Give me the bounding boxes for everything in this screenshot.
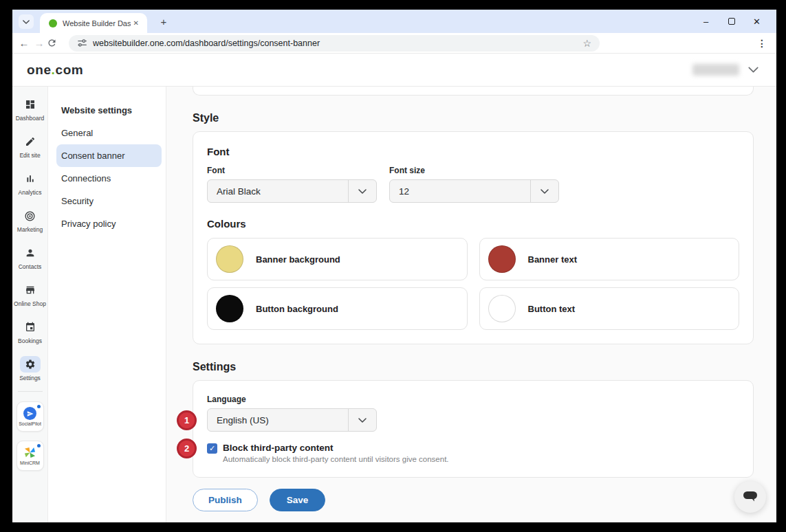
action-buttons: Publish Save — [193, 489, 754, 511]
chevron-down-icon — [748, 67, 758, 73]
browser-window: Website Builder Dashboard ✕ + – ✕ ← → we… — [12, 10, 776, 522]
font-field: Font Arial Black — [207, 166, 377, 203]
sidebar-item-contacts[interactable]: Contacts — [12, 245, 47, 270]
banner-background-swatch — [216, 245, 243, 273]
socialpilot-logo-icon — [23, 407, 36, 420]
font-group-title: Font — [207, 146, 739, 157]
settings-gear-icon — [20, 356, 41, 373]
publish-button[interactable]: Publish — [193, 489, 258, 511]
account-name-redacted — [692, 64, 739, 76]
app-header: one.com — [12, 54, 776, 87]
colour-button-text[interactable]: Button text — [479, 287, 740, 330]
tab-title: Website Builder Dashboard — [63, 19, 131, 27]
account-menu[interactable] — [692, 64, 758, 76]
notification-dot — [37, 405, 41, 408]
annotation-circle-2: 2 — [177, 439, 197, 458]
bookings-icon — [20, 319, 41, 335]
colours-group-title: Colours — [207, 218, 739, 230]
minicrm-logo-icon — [23, 446, 36, 459]
one-com-logo: one.com — [27, 63, 83, 78]
sidebar-divider — [18, 391, 43, 392]
sidebar-item-settings[interactable]: Settings — [12, 356, 47, 381]
colour-banner-background[interactable]: Banner background — [207, 238, 468, 280]
sidebar-app-socialpilot[interactable]: SocialPilot — [17, 401, 44, 432]
reload-button[interactable] — [47, 38, 62, 48]
font-select-value: Arial Black — [208, 186, 348, 197]
settings-nav: Website settings General Consent banner … — [48, 87, 166, 522]
chevron-down-icon — [348, 180, 376, 202]
font-select[interactable]: Arial Black — [207, 179, 377, 203]
sidebar-item-dashboard[interactable]: Dashboard — [12, 96, 47, 122]
settings-nav-title: Website settings — [61, 99, 157, 122]
sidebar-app-minicrm[interactable]: MiniCRM — [17, 441, 44, 471]
app-body: Dashboard Edit site Analytics Marketing — [12, 87, 776, 522]
browser-tab[interactable]: Website Builder Dashboard ✕ — [40, 13, 147, 33]
font-size-field: Font size 12 — [389, 166, 559, 203]
close-window-button[interactable]: ✕ — [744, 10, 769, 33]
browser-toolbar: ← → websitebuilder.one.com/dashboard/set… — [12, 33, 776, 54]
block-third-party-checkbox[interactable]: ✓ — [207, 443, 217, 454]
maximize-icon — [728, 18, 735, 25]
back-button[interactable]: ← — [17, 37, 32, 49]
sidebar-item-marketing[interactable]: Marketing — [12, 208, 47, 233]
style-section-title: Style — [193, 112, 754, 124]
browser-tab-strip: Website Builder Dashboard ✕ + – ✕ — [12, 10, 776, 33]
chat-widget-button[interactable] — [734, 481, 766, 513]
main-content: Style Font Font Arial Black Fon — [166, 87, 776, 522]
online-shop-icon — [20, 282, 41, 298]
reload-icon — [47, 38, 57, 48]
sidebar-item-online-shop[interactable]: Online Shop — [12, 282, 47, 307]
settings-section-title: Settings — [193, 361, 754, 373]
contacts-icon — [20, 245, 41, 261]
sidebar-item-bookings[interactable]: Bookings — [12, 319, 47, 344]
chevron-down-icon — [530, 180, 558, 202]
block-third-party-description: Automatically block third-party content … — [223, 455, 449, 463]
save-button[interactable]: Save — [270, 489, 326, 511]
bookmark-star-icon[interactable]: ☆ — [582, 38, 591, 49]
language-select[interactable]: English (US) — [207, 408, 377, 432]
sidebar-item-edit-site[interactable]: Edit site — [12, 133, 47, 159]
new-tab-button[interactable]: + — [157, 15, 171, 29]
block-third-party-label: Block third-party content — [223, 443, 449, 453]
url-text: websitebuilder.one.com/dashboard/setting… — [93, 38, 582, 48]
dashboard-icon — [20, 96, 41, 113]
button-background-swatch — [216, 295, 243, 322]
nav-item-general[interactable]: General — [56, 122, 162, 144]
font-size-label: Font size — [389, 166, 559, 175]
forward-button[interactable]: → — [32, 37, 47, 49]
nav-item-privacy-policy[interactable]: Privacy policy — [56, 212, 162, 235]
minimize-button[interactable]: – — [693, 10, 719, 33]
browser-menu-icon[interactable]: ⋮ — [757, 38, 767, 49]
chevron-down-icon — [348, 409, 376, 431]
tab-close-icon[interactable]: ✕ — [131, 18, 142, 28]
maximize-button[interactable] — [719, 10, 744, 33]
block-third-party-row: ✓ Block third-party content Automaticall… — [207, 443, 739, 463]
font-size-select-value: 12 — [390, 186, 530, 197]
colour-grid: Banner background Banner text Button bac… — [207, 238, 739, 330]
style-card: Font Font Arial Black Font size — [193, 131, 754, 344]
icon-sidebar: Dashboard Edit site Analytics Marketing — [12, 87, 48, 522]
nav-item-connections[interactable]: Connections — [56, 167, 162, 190]
font-size-select[interactable]: 12 — [389, 179, 559, 203]
nav-item-security[interactable]: Security — [56, 190, 162, 212]
chat-bubble-icon — [742, 491, 758, 503]
chevron-down-icon — [23, 20, 30, 24]
edit-site-icon — [20, 133, 41, 150]
tab-search-button[interactable] — [19, 14, 34, 29]
marketing-icon — [20, 208, 41, 224]
tab-favicon-icon — [49, 19, 57, 27]
annotation-circle-1: 1 — [177, 410, 197, 430]
button-text-swatch — [488, 295, 516, 322]
previous-card-bottom — [193, 87, 754, 96]
window-controls: – ✕ — [693, 10, 769, 33]
site-settings-icon — [77, 38, 87, 48]
colour-button-background[interactable]: Button background — [207, 287, 468, 330]
notification-dot — [37, 444, 41, 447]
language-label: Language — [207, 395, 739, 404]
nav-item-consent-banner[interactable]: Consent banner — [56, 144, 162, 167]
colour-banner-text[interactable]: Banner text — [479, 238, 740, 280]
url-bar[interactable]: websitebuilder.one.com/dashboard/setting… — [69, 35, 600, 52]
sidebar-item-analytics[interactable]: Analytics — [12, 170, 47, 196]
settings-card: 1 2 Language English (US) ✓ Block third-… — [193, 380, 754, 478]
font-label: Font — [207, 166, 377, 175]
